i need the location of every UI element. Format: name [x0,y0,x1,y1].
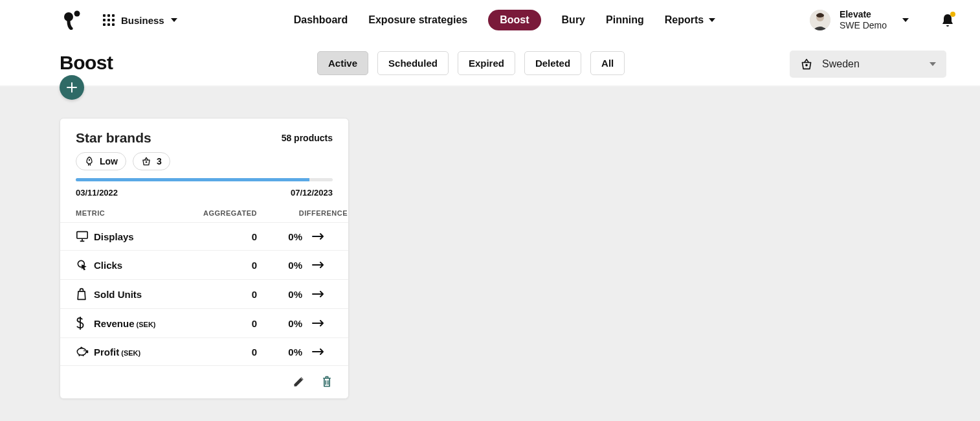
boost-level-label: Low [100,156,118,166]
chevron-down-icon [902,18,909,22]
metric-difference: 0% [257,289,302,300]
account-name: Elevate [840,9,887,20]
metric-aggregated: 0 [192,260,257,271]
account-menu[interactable]: Elevate SWE Demo [810,9,909,31]
metric-aggregated: 0 [192,347,257,358]
filter-tab-all[interactable]: All [590,51,625,75]
account-subtitle: SWE Demo [840,20,887,31]
nav-reports-label: Reports [665,14,704,26]
svg-point-1 [74,11,80,17]
chevron-down-icon [930,62,936,66]
notifications-button[interactable] [941,13,954,27]
metric-difference: 0% [257,260,302,271]
metric-row-displays: Displays 0 0% [60,222,348,250]
boost-date-end: 07/12/2023 [291,188,333,198]
metric-label: Sold Units [94,289,192,300]
bag-icon [76,288,94,301]
arrow-right-icon [302,233,326,240]
nav-boost[interactable]: Boost [488,10,540,30]
metric-row-profit: Profit (SEK) 0 0% [60,337,348,365]
app-switcher-label: Business [121,15,164,26]
apps-grid-icon [103,14,115,26]
primary-nav: Dashboard Exposure strategies Boost Bury… [294,10,715,30]
metric-row-clicks: Clicks 0 0% [60,250,348,279]
metric-row-sold-units: Sold Units 0 0% [60,279,348,308]
metric-aggregated: 0 [192,318,257,329]
pencil-icon [293,375,306,388]
delete-button[interactable] [321,375,333,388]
basket-icon [800,58,813,70]
svg-point-4 [805,64,808,67]
status-filter-tabs: Active Scheduled Expired Deleted All [317,51,625,75]
avatar [810,10,830,30]
arrow-right-icon [302,261,326,269]
add-boost-button[interactable] [60,75,84,100]
svg-point-10 [84,350,85,352]
col-difference: DIFFERENCE [257,209,348,217]
arrow-right-icon [302,348,326,356]
metric-difference: 0% [257,318,302,329]
metric-difference: 0% [257,347,302,358]
piggy-bank-icon [76,346,94,358]
nav-dashboard[interactable]: Dashboard [294,14,348,26]
svg-point-6 [146,161,148,163]
page-title: Boost [60,52,113,74]
plus-icon [66,82,78,93]
svg-point-9 [77,348,86,356]
trash-icon [321,375,333,388]
boost-basket-count: 3 [157,156,162,166]
monitor-icon [76,231,94,242]
metric-label: Displays [94,231,192,242]
brand-logo [61,9,84,31]
metric-label: Clicks [94,260,192,271]
app-switcher[interactable]: Business [103,14,177,26]
chevron-down-icon [171,18,177,22]
nav-bury[interactable]: Bury [562,14,585,26]
metric-row-revenue: Revenue (SEK) 0 0% [60,308,348,337]
account-text: Elevate SWE Demo [840,9,887,31]
nav-pinning[interactable]: Pinning [606,14,644,26]
boost-date-start: 03/11/2022 [76,188,118,198]
metric-difference: 0% [257,231,302,242]
metric-label: Revenue (SEK) [94,318,192,329]
col-aggregated: AGGREGATED [192,209,257,217]
nav-exposure-strategies[interactable]: Exposure strategies [368,14,467,26]
metric-aggregated: 0 [192,289,257,300]
filter-tab-expired[interactable]: Expired [458,51,515,75]
boost-card-product-count: 58 products [282,133,333,143]
nav-reports[interactable]: Reports [665,14,715,26]
filter-tab-deleted[interactable]: Deleted [524,51,581,75]
boost-level-chip[interactable]: Low [76,152,126,170]
metric-aggregated: 0 [192,231,257,242]
svg-rect-7 [77,232,87,239]
market-label: Sweden [822,58,920,70]
rocket-icon [84,156,95,166]
edit-button[interactable] [293,375,306,388]
chevron-down-icon [709,18,715,22]
arrow-right-icon [302,290,326,298]
page-subheader: Boost Active Scheduled Expired Deleted A… [0,40,980,87]
market-selector[interactable]: Sweden [790,51,946,78]
notification-dot [950,12,955,17]
basket-icon [141,157,151,166]
top-nav-bar: Business Dashboard Exposure strategies B… [0,0,980,40]
arrow-right-icon [302,319,326,327]
svg-point-5 [89,159,90,161]
dollar-icon [76,317,94,330]
boost-card: Star brands 58 products Low 3 [60,118,349,399]
filter-tab-active[interactable]: Active [317,51,368,75]
metric-label: Profit (SEK) [94,347,192,358]
content-area: Star brands 58 products Low 3 [0,87,980,421]
click-icon [76,258,94,271]
filter-tab-scheduled[interactable]: Scheduled [377,51,449,75]
col-metric: METRIC [76,209,192,217]
boost-card-title: Star brands [76,130,151,146]
boost-basket-chip[interactable]: 3 [133,152,170,170]
